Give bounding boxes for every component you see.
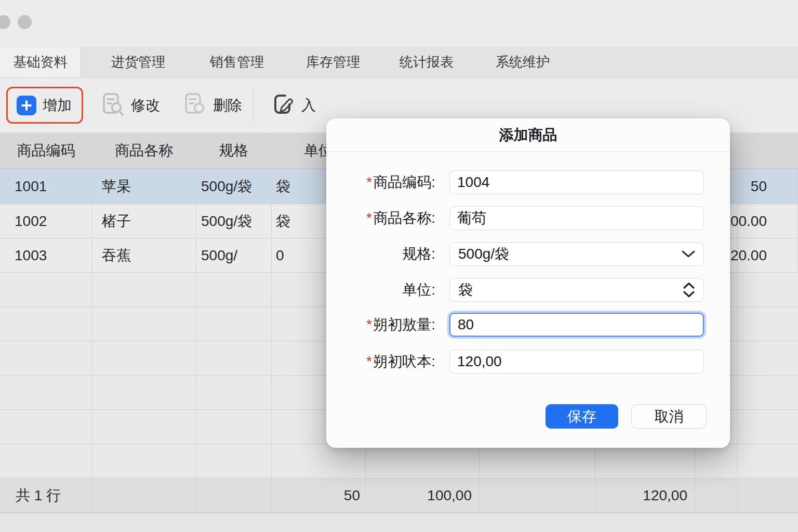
field-label: *朔初敖量: — [321, 313, 435, 337]
field-opening-quantity: *朔初敖量: — [326, 313, 730, 337]
cell-spec: 500g/ — [196, 238, 272, 272]
menu-tab-inventory[interactable]: 库存管理 — [294, 47, 372, 77]
cell-code: 1001 — [0, 169, 92, 204]
menu-tab-reports[interactable]: 统计报表 — [388, 47, 466, 77]
field-label: 规格: — [321, 242, 435, 266]
import-button-label: 入 — [301, 96, 316, 115]
cancel-button[interactable]: 取消 — [631, 404, 707, 429]
menu-tab-sales[interactable]: 销售管理 — [198, 47, 276, 77]
window-title-bar — [0, 0, 798, 47]
cell-name: 楮子 — [92, 204, 196, 238]
dialog-title: 添加商品 — [326, 118, 730, 152]
summary-qty-total: 50 — [272, 478, 366, 512]
unit-stepper-select[interactable]: 袋 — [449, 278, 704, 302]
header-product-name: 商品各称 — [92, 132, 196, 168]
cell-spec: 500g/袋 — [196, 204, 272, 238]
delete-button[interactable]: 删除 — [184, 94, 242, 117]
cell-code: 1002 — [0, 204, 92, 238]
add-button-label: 增加 — [43, 96, 72, 115]
unit-select-value: 袋 — [458, 280, 473, 300]
required-asterisk: * — [366, 210, 372, 226]
field-label: *朔初吠本: — [321, 350, 435, 374]
spec-dropdown[interactable]: 500g/袋 — [449, 242, 704, 266]
menu-tab-label: 统计报表 — [400, 53, 454, 71]
window-control-dot[interactable] — [0, 15, 10, 29]
toolbar-divider — [253, 86, 254, 125]
header-spec: 规格 — [196, 132, 272, 168]
summary-amount-1: 100,00 — [366, 478, 480, 512]
row-count-label: 共 1 行 — [0, 478, 92, 512]
chevron-down-icon — [682, 250, 695, 258]
modify-button[interactable]: 修改 — [102, 94, 160, 117]
required-asterisk: * — [366, 316, 372, 332]
product-code-input[interactable] — [449, 170, 704, 194]
required-asterisk: * — [366, 174, 372, 190]
modify-button-label: 修改 — [131, 96, 160, 115]
menu-tab-basic-data[interactable]: 基础资料 — [0, 47, 81, 77]
cell-code: 1003 — [0, 238, 92, 272]
menu-tab-system[interactable]: 系统维护 — [484, 47, 562, 77]
spec-dropdown-value: 500g/袋 — [458, 244, 509, 264]
cell-spec: 500g/袋 — [196, 169, 272, 204]
summary-amount-2: 120,00 — [595, 478, 695, 512]
menu-tab-label: 系统维护 — [496, 53, 550, 71]
cell-name: 苹杲 — [92, 169, 196, 204]
opening-quantity-input[interactable] — [449, 313, 704, 337]
edit-import-icon — [271, 92, 295, 119]
cell-name: 吞蕉 — [92, 238, 196, 272]
field-label: *商品各称: — [321, 206, 435, 230]
document-delete-icon — [184, 92, 207, 118]
field-product-code: *商品编码: — [326, 170, 730, 194]
cell-right-value: 50 — [751, 169, 767, 204]
cancel-button-label: 取消 — [655, 407, 684, 427]
menu-tab-label: 进货管理 — [111, 53, 165, 71]
add-button[interactable]: 增加 — [17, 94, 72, 117]
window-control-dot[interactable] — [18, 15, 32, 29]
menu-tab-label: 库存管理 — [306, 53, 360, 71]
field-unit: 单位: 袋 — [326, 278, 730, 302]
delete-button-label: 删除 — [213, 96, 242, 115]
required-asterisk: * — [366, 353, 372, 369]
plus-icon — [17, 96, 36, 115]
opening-cost-input[interactable] — [449, 350, 704, 374]
menu-tab-label: 销售管理 — [210, 53, 264, 71]
main-menu-bar: 基础资料 进货管理 销售管理 库存管理 统计报表 系统维护 — [0, 47, 798, 78]
field-label: 单位: — [321, 278, 435, 302]
empty-row — [0, 444, 798, 478]
field-opening-cost: *朔初吠本: — [326, 350, 730, 374]
field-spec: 规格: 500g/袋 — [326, 242, 730, 266]
menu-tab-label: 基础资料 — [14, 53, 68, 71]
import-button[interactable]: 入 — [271, 94, 316, 117]
status-footer — [0, 513, 798, 532]
chevron-up-down-icon — [683, 282, 695, 298]
save-button-label: 保存 — [567, 407, 596, 427]
table-summary-row: 共 1 行 50 100,00 120,00 — [0, 478, 798, 513]
field-product-name: *商品各称: — [326, 206, 730, 230]
field-label: *商品编码: — [321, 170, 435, 194]
menu-tab-purchase[interactable]: 进货管理 — [99, 47, 177, 77]
save-button[interactable]: 保存 — [546, 404, 618, 429]
document-search-icon — [102, 92, 125, 118]
header-product-code: 商品编码 — [0, 132, 92, 168]
product-name-input[interactable] — [449, 206, 704, 230]
add-product-dialog: 添加商品 *商品编码: *商品各称: 规格: 500g/袋 单位: 袋 — [326, 118, 730, 448]
